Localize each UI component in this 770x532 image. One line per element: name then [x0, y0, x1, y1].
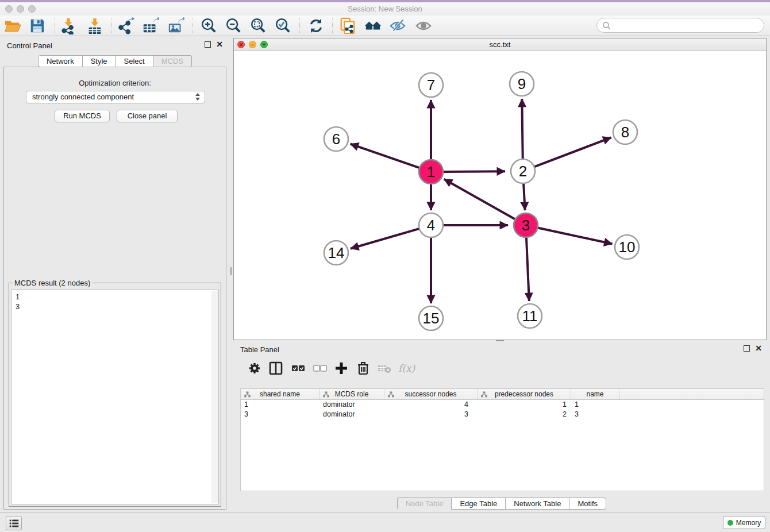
delete-table-icon[interactable]: [377, 361, 392, 376]
network-close-icon[interactable]: ✕: [237, 41, 245, 48]
node-10[interactable]: 10: [615, 235, 639, 259]
zoom-in-icon[interactable]: [200, 17, 217, 34]
minimize-window-icon[interactable]: [17, 5, 24, 13]
toolbar-separator: [332, 18, 333, 33]
settings-gear-icon[interactable]: [247, 361, 262, 376]
network-window-title: scc.txt: [234, 38, 766, 51]
float-table-panel-icon[interactable]: [744, 345, 750, 352]
column-layout-icon[interactable]: [268, 361, 283, 376]
tree-icon: [323, 391, 329, 399]
edge-1-6[interactable]: [351, 144, 421, 168]
edge-3-10[interactable]: [537, 228, 613, 244]
table-row[interactable]: 1dominator411: [241, 400, 764, 410]
close-panel-icon[interactable]: ✕: [216, 41, 223, 48]
network-graph: 7968124314101511: [234, 52, 766, 340]
mcds-result-list[interactable]: 1 3: [11, 290, 219, 504]
column-header-MCDS-role[interactable]: MCDS role: [319, 389, 384, 399]
result-scrollbar[interactable]: [211, 291, 218, 503]
edge-2-3[interactable]: [523, 182, 525, 210]
deselect-all-checks-icon[interactable]: [313, 361, 328, 376]
table-toolbar: f(x): [240, 359, 767, 377]
table-header-row: shared nameMCDS rolesuccessor nodesprede…: [241, 389, 764, 400]
vertical-splitter-handle[interactable]: [230, 267, 232, 275]
show-eye-icon[interactable]: [415, 17, 432, 34]
zoom-selected-icon[interactable]: [274, 17, 291, 34]
toolbar-separator: [111, 18, 112, 33]
network-window-titlebar[interactable]: ✕ − + scc.txt: [234, 38, 766, 51]
cell: 1: [571, 400, 619, 410]
node-14[interactable]: 14: [324, 241, 348, 265]
tab-network[interactable]: Network: [38, 55, 83, 67]
table-panel: Table Panel ✕ f(x) shared nameMCDS roles…: [233, 342, 770, 511]
add-column-icon[interactable]: [334, 361, 349, 376]
edge-4-14[interactable]: [351, 228, 421, 248]
edge-2-9[interactable]: [522, 99, 522, 160]
refresh-layout-icon[interactable]: [307, 17, 325, 34]
float-panel-icon[interactable]: [205, 41, 211, 48]
tab-style[interactable]: Style: [83, 55, 116, 67]
run-mcds-button[interactable]: Run MCDS: [55, 110, 110, 122]
toolbar-separator: [192, 18, 192, 33]
node-1[interactable]: 1: [419, 160, 443, 184]
delete-column-icon[interactable]: [356, 361, 371, 376]
column-header-successor-nodes[interactable]: successor nodes: [384, 389, 478, 399]
tab-edge-table[interactable]: Edge Table: [452, 498, 506, 510]
tab-select[interactable]: Select: [116, 55, 153, 67]
copy-share-icon[interactable]: [339, 17, 356, 34]
column-header-shared-name[interactable]: shared name: [241, 389, 319, 399]
node-15[interactable]: 15: [419, 306, 443, 330]
tab-motifs[interactable]: Motifs: [569, 498, 606, 510]
criterion-select[interactable]: strongly connected component: [26, 91, 205, 103]
horizontal-splitter-handle[interactable]: [496, 340, 504, 341]
zoom-fit-icon[interactable]: [249, 17, 267, 34]
export-image-icon[interactable]: [167, 17, 184, 34]
task-history-button[interactable]: [6, 516, 22, 530]
export-network-icon[interactable]: [117, 17, 134, 34]
svg-text:9: 9: [518, 75, 526, 92]
function-builder-icon[interactable]: f(x): [398, 361, 421, 376]
search-input[interactable]: [596, 18, 764, 33]
criterion-value: strongly connected component: [32, 92, 134, 101]
tab-mcds[interactable]: MCDS: [153, 55, 192, 67]
column-header-name[interactable]: name: [571, 389, 619, 399]
edge-2-8[interactable]: [533, 137, 611, 167]
edge-1-2[interactable]: [442, 171, 505, 172]
network-minimize-icon[interactable]: −: [249, 41, 256, 48]
edge-3-11[interactable]: [526, 236, 529, 301]
node-11[interactable]: 11: [518, 304, 542, 328]
open-folder-icon[interactable]: [4, 17, 21, 34]
svg-text:10: 10: [619, 238, 636, 256]
node-4[interactable]: 4: [419, 213, 443, 237]
import-network-icon[interactable]: [60, 17, 77, 34]
table-row[interactable]: 3dominator323: [241, 410, 764, 419]
save-icon[interactable]: [29, 17, 46, 34]
cell: 3: [384, 410, 478, 419]
hide-eye-icon[interactable]: [389, 17, 406, 34]
home-views-icon[interactable]: [364, 17, 382, 34]
edge-3-1[interactable]: [444, 179, 517, 220]
node-3[interactable]: 3: [514, 213, 538, 237]
node-7[interactable]: 7: [419, 73, 443, 97]
close-table-panel-icon[interactable]: ✕: [755, 345, 762, 352]
column-header-predecessor-nodes[interactable]: predecessor nodes: [478, 389, 571, 399]
close-panel-button[interactable]: Close panel: [117, 110, 178, 122]
zoom-out-icon[interactable]: [225, 17, 242, 34]
network-view-window: ✕ − + scc.txt 7968124314101511: [233, 38, 767, 340]
import-table-icon[interactable]: [86, 17, 103, 34]
zoom-window-icon[interactable]: [28, 5, 36, 13]
tab-node-table[interactable]: Node Table: [397, 498, 452, 510]
node-8[interactable]: 8: [613, 120, 637, 144]
node-9[interactable]: 9: [510, 72, 534, 96]
node-2[interactable]: 2: [511, 159, 535, 183]
export-table-icon[interactable]: [142, 17, 159, 34]
network-zoom-icon[interactable]: +: [260, 41, 268, 48]
memory-button[interactable]: Memory: [723, 516, 765, 529]
svg-text:11: 11: [522, 307, 538, 325]
select-all-checks-icon[interactable]: [291, 361, 306, 376]
tab-network-table[interactable]: Network Table: [506, 498, 569, 510]
node-6[interactable]: 6: [324, 127, 348, 151]
network-canvas[interactable]: 7968124314101511: [234, 52, 766, 340]
control-panel-title: Control Panel: [7, 41, 52, 50]
close-window-icon[interactable]: [5, 5, 13, 13]
mcds-result-group: MCDS result (2 nodes) 1 3: [9, 283, 221, 507]
